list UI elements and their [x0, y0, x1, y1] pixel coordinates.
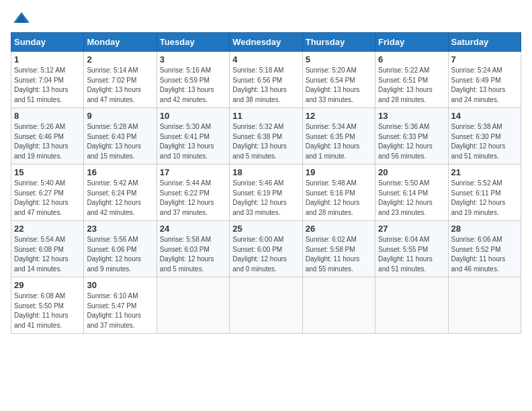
calendar-cell: 2 Sunrise: 5:14 AMSunset: 7:02 PMDayligh…: [84, 52, 157, 108]
calendar-week-row: 1 Sunrise: 5:12 AMSunset: 7:04 PMDayligh…: [11, 52, 521, 108]
calendar-week-row: 15 Sunrise: 5:40 AMSunset: 6:27 PMDaylig…: [11, 165, 521, 221]
day-info: Sunrise: 5:20 AMSunset: 6:54 PMDaylight:…: [306, 66, 372, 105]
calendar-cell: 8 Sunrise: 5:26 AMSunset: 6:46 PMDayligh…: [11, 108, 84, 165]
calendar-cell: 5 Sunrise: 5:20 AMSunset: 6:54 PMDayligh…: [302, 52, 375, 108]
day-info: Sunrise: 5:50 AMSunset: 6:14 PMDaylight:…: [378, 179, 445, 218]
day-info: Sunrise: 5:18 AMSunset: 6:56 PMDaylight:…: [232, 66, 299, 105]
calendar-cell: 27 Sunrise: 6:04 AMSunset: 5:55 PMDaylig…: [375, 221, 448, 277]
calendar-cell: [302, 277, 375, 334]
day-number: 1: [14, 54, 81, 64]
day-number: 16: [87, 167, 153, 177]
day-number: 24: [160, 224, 226, 234]
calendar-cell: 15 Sunrise: 5:40 AMSunset: 6:27 PMDaylig…: [11, 165, 84, 221]
day-info: Sunrise: 5:12 AMSunset: 7:04 PMDaylight:…: [14, 66, 81, 105]
calendar-cell: 3 Sunrise: 5:16 AMSunset: 6:59 PMDayligh…: [157, 52, 229, 108]
day-info: Sunrise: 5:42 AMSunset: 6:24 PMDaylight:…: [87, 179, 153, 218]
day-number: 26: [306, 224, 372, 234]
day-number: 14: [451, 111, 518, 121]
day-number: 29: [14, 280, 81, 290]
day-number: 7: [451, 54, 518, 64]
day-info: Sunrise: 6:06 AMSunset: 5:52 PMDaylight:…: [451, 235, 518, 274]
day-info: Sunrise: 5:32 AMSunset: 6:38 PMDaylight:…: [232, 122, 299, 161]
day-number: 2: [87, 54, 153, 64]
calendar-cell: 17 Sunrise: 5:44 AMSunset: 6:22 PMDaylig…: [157, 165, 229, 221]
calendar-cell: 7 Sunrise: 5:24 AMSunset: 6:49 PMDayligh…: [448, 52, 521, 108]
day-info: Sunrise: 5:34 AMSunset: 6:35 PMDaylight:…: [306, 122, 372, 161]
calendar-cell: 22 Sunrise: 5:54 AMSunset: 6:08 PMDaylig…: [11, 221, 84, 277]
calendar-cell: 28 Sunrise: 6:06 AMSunset: 5:52 PMDaylig…: [448, 221, 521, 277]
calendar-cell: 1 Sunrise: 5:12 AMSunset: 7:04 PMDayligh…: [11, 52, 84, 108]
day-number: 11: [232, 111, 299, 121]
calendar-header-monday: Monday: [84, 33, 157, 52]
calendar-cell: 29 Sunrise: 6:08 AMSunset: 5:50 PMDaylig…: [11, 277, 84, 334]
day-number: 28: [451, 224, 518, 234]
day-info: Sunrise: 5:14 AMSunset: 7:02 PMDaylight:…: [87, 66, 153, 105]
calendar-cell: [448, 277, 521, 334]
day-info: Sunrise: 6:04 AMSunset: 5:55 PMDaylight:…: [378, 235, 445, 274]
day-info: Sunrise: 6:02 AMSunset: 5:58 PMDaylight:…: [306, 235, 372, 274]
calendar-cell: 30 Sunrise: 6:10 AMSunset: 5:47 PMDaylig…: [84, 277, 157, 334]
calendar-cell: 21 Sunrise: 5:52 AMSunset: 6:11 PMDaylig…: [448, 165, 521, 221]
calendar-cell: 24 Sunrise: 5:58 AMSunset: 6:03 PMDaylig…: [157, 221, 229, 277]
day-number: 10: [160, 111, 226, 121]
day-number: 23: [87, 224, 153, 234]
calendar-header-tuesday: Tuesday: [157, 33, 229, 52]
day-info: Sunrise: 5:26 AMSunset: 6:46 PMDaylight:…: [14, 122, 81, 161]
day-info: Sunrise: 5:40 AMSunset: 6:27 PMDaylight:…: [14, 179, 81, 218]
day-number: 19: [306, 167, 372, 177]
day-number: 27: [378, 224, 445, 234]
day-info: Sunrise: 5:22 AMSunset: 6:51 PMDaylight:…: [378, 66, 445, 105]
day-number: 13: [378, 111, 445, 121]
day-info: Sunrise: 6:00 AMSunset: 6:00 PMDaylight:…: [232, 235, 299, 274]
calendar-cell: 9 Sunrise: 5:28 AMSunset: 6:43 PMDayligh…: [84, 108, 157, 165]
calendar-cell: [375, 277, 448, 334]
calendar-cell: 20 Sunrise: 5:50 AMSunset: 6:14 PMDaylig…: [375, 165, 448, 221]
calendar-week-row: 22 Sunrise: 5:54 AMSunset: 6:08 PMDaylig…: [11, 221, 521, 277]
calendar-week-row: 8 Sunrise: 5:26 AMSunset: 6:46 PMDayligh…: [11, 108, 521, 165]
calendar-header-saturday: Saturday: [448, 33, 521, 52]
day-info: Sunrise: 6:08 AMSunset: 5:50 PMDaylight:…: [14, 291, 81, 330]
day-info: Sunrise: 5:28 AMSunset: 6:43 PMDaylight:…: [87, 122, 153, 161]
day-info: Sunrise: 5:36 AMSunset: 6:33 PMDaylight:…: [378, 122, 445, 161]
calendar-cell: 18 Sunrise: 5:46 AMSunset: 6:19 PMDaylig…: [230, 165, 302, 221]
day-number: 6: [378, 54, 445, 64]
calendar-cell: 11 Sunrise: 5:32 AMSunset: 6:38 PMDaylig…: [230, 108, 302, 165]
day-info: Sunrise: 5:38 AMSunset: 6:30 PMDaylight:…: [451, 122, 518, 161]
calendar-header-thursday: Thursday: [302, 33, 375, 52]
day-number: 5: [306, 54, 372, 64]
day-number: 8: [14, 111, 81, 121]
day-number: 15: [14, 167, 81, 177]
calendar-cell: 23 Sunrise: 5:56 AMSunset: 6:06 PMDaylig…: [84, 221, 157, 277]
calendar-cell: 26 Sunrise: 6:02 AMSunset: 5:58 PMDaylig…: [302, 221, 375, 277]
day-number: 12: [306, 111, 372, 121]
day-info: Sunrise: 5:54 AMSunset: 6:08 PMDaylight:…: [14, 235, 81, 274]
day-number: 4: [232, 54, 299, 64]
calendar-header-friday: Friday: [375, 33, 448, 52]
calendar-cell: 19 Sunrise: 5:48 AMSunset: 6:16 PMDaylig…: [302, 165, 375, 221]
day-info: Sunrise: 5:48 AMSunset: 6:16 PMDaylight:…: [306, 179, 372, 218]
day-number: 17: [160, 167, 226, 177]
day-number: 9: [87, 111, 153, 121]
calendar-table: SundayMondayTuesdayWednesdayThursdayFrid…: [11, 32, 521, 334]
day-info: Sunrise: 5:56 AMSunset: 6:06 PMDaylight:…: [87, 235, 153, 274]
logo: [11, 11, 32, 24]
calendar-cell: 14 Sunrise: 5:38 AMSunset: 6:30 PMDaylig…: [448, 108, 521, 165]
day-number: 22: [14, 224, 81, 234]
logo-icon: [12, 11, 31, 24]
day-number: 25: [232, 224, 299, 234]
day-number: 30: [87, 280, 153, 290]
day-info: Sunrise: 5:52 AMSunset: 6:11 PMDaylight:…: [451, 179, 518, 218]
calendar-cell: [157, 277, 229, 334]
day-number: 21: [451, 167, 518, 177]
page-header: [11, 11, 521, 24]
day-info: Sunrise: 5:30 AMSunset: 6:41 PMDaylight:…: [160, 122, 226, 161]
day-info: Sunrise: 5:24 AMSunset: 6:49 PMDaylight:…: [451, 66, 518, 105]
day-number: 18: [232, 167, 299, 177]
day-info: Sunrise: 6:10 AMSunset: 5:47 PMDaylight:…: [87, 291, 153, 330]
calendar-cell: 6 Sunrise: 5:22 AMSunset: 6:51 PMDayligh…: [375, 52, 448, 108]
calendar-header-sunday: Sunday: [11, 33, 84, 52]
calendar-cell: 12 Sunrise: 5:34 AMSunset: 6:35 PMDaylig…: [302, 108, 375, 165]
day-info: Sunrise: 5:58 AMSunset: 6:03 PMDaylight:…: [160, 235, 226, 274]
day-number: 3: [160, 54, 226, 64]
day-info: Sunrise: 5:16 AMSunset: 6:59 PMDaylight:…: [160, 66, 226, 105]
